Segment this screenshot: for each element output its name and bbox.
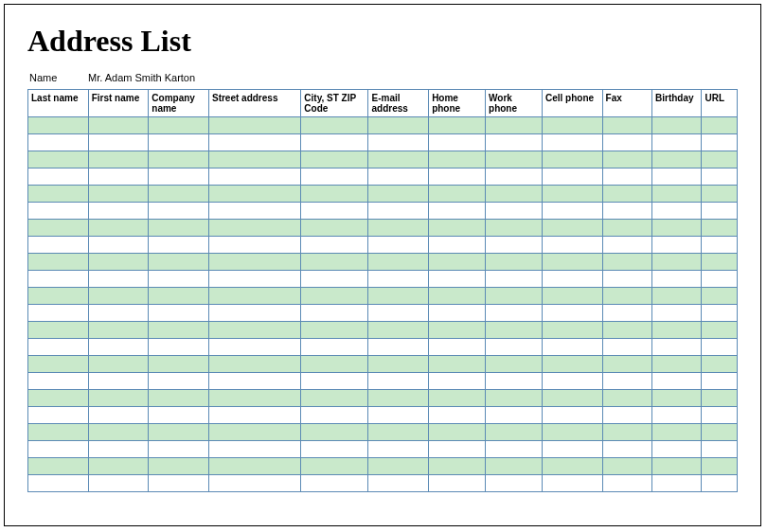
table-cell[interactable] [28,271,89,288]
table-cell[interactable] [208,356,300,373]
table-cell[interactable] [486,186,543,203]
table-cell[interactable] [149,168,209,186]
table-cell[interactable] [542,271,602,288]
table-cell[interactable] [702,407,738,424]
table-cell[interactable] [368,339,429,356]
table-cell[interactable] [28,373,89,390]
table-cell[interactable] [602,322,651,339]
table-cell[interactable] [301,237,368,254]
table-cell[interactable] [652,288,702,305]
table-cell[interactable] [486,458,543,475]
table-cell[interactable] [429,271,486,288]
table-cell[interactable] [28,390,89,407]
table-cell[interactable] [88,168,149,186]
table-cell[interactable] [429,458,486,475]
table-cell[interactable] [702,134,738,151]
table-cell[interactable] [208,288,300,305]
table-cell[interactable] [702,186,738,203]
table-cell[interactable] [301,322,368,339]
table-cell[interactable] [28,168,89,186]
table-cell[interactable] [652,134,702,151]
table-cell[interactable] [208,220,300,237]
table-cell[interactable] [602,220,651,237]
table-cell[interactable] [368,237,429,254]
table-cell[interactable] [28,458,89,475]
table-cell[interactable] [368,220,429,237]
table-cell[interactable] [542,117,602,134]
table-cell[interactable] [88,271,149,288]
table-cell[interactable] [88,151,149,168]
table-cell[interactable] [368,407,429,424]
table-cell[interactable] [602,151,651,168]
table-cell[interactable] [652,237,702,254]
table-cell[interactable] [88,373,149,390]
table-cell[interactable] [429,254,486,271]
table-cell[interactable] [301,203,368,220]
table-cell[interactable] [301,305,368,322]
table-cell[interactable] [602,390,651,407]
table-cell[interactable] [652,151,702,168]
table-cell[interactable] [652,339,702,356]
table-cell[interactable] [702,237,738,254]
table-cell[interactable] [149,134,209,151]
table-cell[interactable] [652,356,702,373]
table-cell[interactable] [368,322,429,339]
table-cell[interactable] [652,186,702,203]
table-cell[interactable] [28,441,89,458]
table-cell[interactable] [486,117,543,134]
table-cell[interactable] [88,475,149,492]
table-cell[interactable] [149,407,209,424]
table-cell[interactable] [28,475,89,492]
table-cell[interactable] [429,373,486,390]
table-cell[interactable] [208,322,300,339]
table-cell[interactable] [208,441,300,458]
table-cell[interactable] [28,237,89,254]
table-cell[interactable] [542,458,602,475]
table-cell[interactable] [429,186,486,203]
table-cell[interactable] [542,441,602,458]
table-cell[interactable] [368,441,429,458]
table-cell[interactable] [429,441,486,458]
table-cell[interactable] [149,237,209,254]
table-cell[interactable] [301,134,368,151]
table-cell[interactable] [88,441,149,458]
table-cell[interactable] [88,458,149,475]
table-cell[interactable] [301,475,368,492]
table-cell[interactable] [486,168,543,186]
table-cell[interactable] [208,390,300,407]
table-cell[interactable] [486,441,543,458]
table-cell[interactable] [28,424,89,441]
table-cell[interactable] [486,203,543,220]
table-cell[interactable] [702,356,738,373]
table-cell[interactable] [88,254,149,271]
table-cell[interactable] [429,305,486,322]
table-cell[interactable] [301,220,368,237]
table-cell[interactable] [652,220,702,237]
table-cell[interactable] [368,356,429,373]
table-cell[interactable] [208,339,300,356]
table-cell[interactable] [88,186,149,203]
table-cell[interactable] [368,390,429,407]
table-cell[interactable] [301,151,368,168]
table-cell[interactable] [486,424,543,441]
table-cell[interactable] [149,220,209,237]
table-cell[interactable] [486,475,543,492]
table-cell[interactable] [88,288,149,305]
table-cell[interactable] [88,390,149,407]
table-cell[interactable] [602,339,651,356]
table-cell[interactable] [208,271,300,288]
table-cell[interactable] [28,254,89,271]
table-cell[interactable] [652,407,702,424]
table-cell[interactable] [542,134,602,151]
table-cell[interactable] [702,117,738,134]
table-cell[interactable] [368,168,429,186]
table-cell[interactable] [208,203,300,220]
table-cell[interactable] [652,373,702,390]
table-cell[interactable] [149,271,209,288]
table-cell[interactable] [368,151,429,168]
table-cell[interactable] [429,168,486,186]
table-cell[interactable] [602,203,651,220]
table-cell[interactable] [702,475,738,492]
table-cell[interactable] [301,339,368,356]
table-cell[interactable] [88,305,149,322]
